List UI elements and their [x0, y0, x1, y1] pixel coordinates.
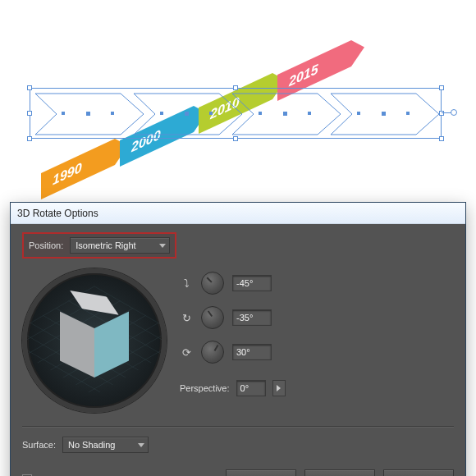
- chevron-down-icon: [138, 443, 144, 447]
- chevron-down-icon: [159, 244, 166, 248]
- svg-rect-0: [86, 112, 90, 116]
- rotate-y-icon: ↻: [180, 311, 193, 324]
- divider: [22, 426, 454, 427]
- perspective-value: 0°: [240, 383, 249, 393]
- selection-bounding-box[interactable]: [30, 88, 442, 139]
- ok-button[interactable]: OK: [304, 469, 375, 476]
- arrow-year-label: 1990: [53, 160, 82, 189]
- angle-y-input[interactable]: -35°: [232, 309, 272, 326]
- position-dropdown[interactable]: Isometric Right: [70, 237, 169, 254]
- perspective-input[interactable]: 0°: [236, 380, 266, 396]
- surface-value: No Shading: [68, 440, 116, 450]
- angle-x-dial[interactable]: [201, 272, 224, 295]
- angle-controls: ⤵ -45° ↻ -35° ⟳ 30° Perspective: 0°: [180, 268, 286, 396]
- svg-rect-3: [382, 112, 386, 116]
- angle-z-dial[interactable]: [201, 341, 224, 364]
- rotate-z-icon: ⟳: [180, 346, 193, 359]
- selection-pivot[interactable]: [451, 109, 457, 116]
- dialog-titlebar[interactable]: 3D Rotate Options: [11, 203, 465, 224]
- dialog-body: Position: Isometric Right ⤵ -45°: [11, 224, 465, 476]
- selection-paths: [30, 89, 442, 140]
- canvas-area: 1990 2000 2010 2015: [0, 0, 476, 201]
- rotate-x-icon: ⤵: [180, 277, 193, 290]
- dialog-3d-rotate-options: 3D Rotate Options Position: Isometric Ri…: [10, 202, 466, 476]
- surface-dropdown[interactable]: No Shading: [62, 437, 149, 453]
- arrow-year-label: 2015: [289, 62, 318, 90]
- surface-label: Surface:: [22, 440, 56, 450]
- cube-icon[interactable]: [60, 303, 129, 372]
- perspective-label: Perspective:: [180, 383, 230, 393]
- dialog-title: 3D Rotate Options: [17, 208, 98, 219]
- svg-rect-9: [308, 112, 311, 115]
- angle-z-value: 30°: [236, 347, 250, 357]
- perspective-stepper[interactable]: [272, 380, 286, 396]
- angle-y-dial[interactable]: [201, 306, 224, 329]
- angle-x-value: -45°: [236, 278, 253, 288]
- svg-rect-7: [209, 112, 213, 115]
- position-highlight: Position: Isometric Right: [22, 232, 176, 259]
- svg-rect-5: [111, 112, 114, 115]
- angle-x-input[interactable]: -45°: [232, 275, 272, 291]
- timeline-arrow: 1990: [41, 139, 115, 199]
- svg-rect-10: [357, 112, 360, 115]
- svg-rect-1: [185, 112, 189, 116]
- svg-rect-8: [259, 112, 262, 115]
- more-options-button[interactable]: More Options: [226, 469, 296, 476]
- angle-y-value: -35°: [236, 313, 253, 323]
- cube-face-right: [94, 312, 129, 378]
- position-value: Isometric Right: [76, 240, 135, 250]
- svg-rect-11: [406, 112, 410, 115]
- svg-rect-2: [283, 112, 287, 116]
- svg-rect-4: [62, 112, 65, 115]
- cancel-button[interactable]: Cancel: [383, 469, 454, 476]
- svg-rect-6: [160, 112, 163, 115]
- position-label: Position:: [29, 240, 63, 250]
- cube-face-left: [60, 312, 94, 378]
- angle-z-input[interactable]: 30°: [232, 344, 272, 360]
- rotation-cube-preview[interactable]: [22, 268, 167, 413]
- triangle-right-icon: [277, 385, 281, 391]
